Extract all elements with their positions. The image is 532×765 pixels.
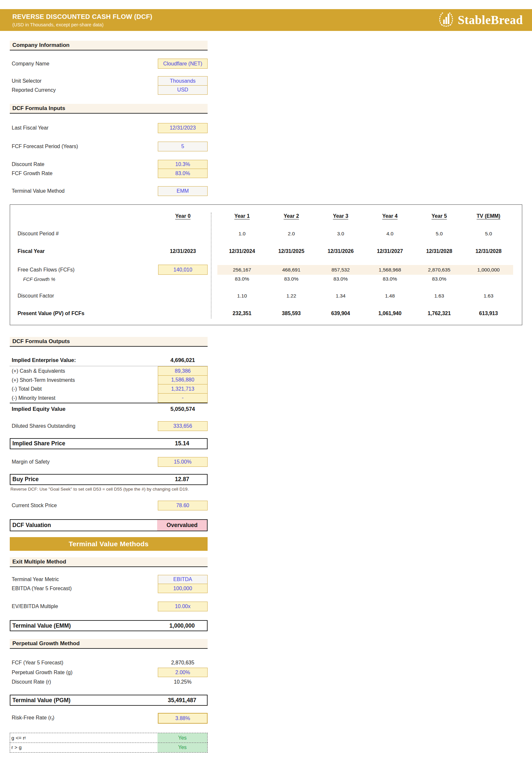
laurel-wreath-bar-chart-icon xyxy=(437,11,455,29)
discount-period-tv: 5.0 xyxy=(464,231,513,237)
row-fiscal-year: Fiscal Year 12/31/2023 12/31/2024 12/31/… xyxy=(10,248,522,254)
terminal-value-emm-label: Terminal Value (EMM) xyxy=(10,621,157,630)
implied-equity-label: Implied Equity Value xyxy=(10,406,158,412)
terminal-value-pgm-box: Terminal Value (PGM) 35,491,487 xyxy=(10,695,208,706)
discount-rate-r-label: Discount Rate (r) xyxy=(10,679,158,685)
fcf-year0-input[interactable]: 140,010 xyxy=(158,265,208,275)
row-discount-rate-r: Discount Rate (r) 10.25% xyxy=(10,678,208,686)
ebitda-forecast-input[interactable]: 100,000 xyxy=(158,584,208,593)
row-current-stock-price: Current Stock Price 78.60 xyxy=(10,501,208,510)
ebitda-forecast-label: EBITDA (Year 5 Forecast) xyxy=(10,586,158,591)
implied-share-price-box: Implied Share Price 15.14 xyxy=(10,438,208,449)
pv-y2: 385,593 xyxy=(267,311,316,317)
row-perpetual-growth-rate: Perpetual Growth Rate (g) 2.00% xyxy=(10,668,208,677)
discount-factor-y4: 1.48 xyxy=(365,293,415,299)
row-fcf-growth-rate: FCF Growth Rate 83.0% xyxy=(10,169,208,178)
brand-name: StableBread xyxy=(458,13,523,27)
table-header-row: Year 0 Year 1 Year 2 Year 3 Year 4 Year … xyxy=(10,213,522,219)
risk-free-rate-input[interactable]: 3.88% xyxy=(158,713,208,724)
section-perpetual-growth-method: Perpetual Growth Method xyxy=(10,639,208,649)
fcf-growth-rate-input[interactable]: 83.0% xyxy=(158,169,208,178)
company-name-label: Company Name xyxy=(10,61,158,67)
fcf-forecast-period-label: FCF Forecast Period (Years) xyxy=(10,144,158,149)
check-row-g-lte-rf: g <= rf Yes xyxy=(10,733,208,743)
fcf-growth-y2: 83.0% xyxy=(267,276,316,282)
growth-rate-checks: g <= rf Yes r > g Yes xyxy=(10,733,522,753)
col-header-year4: Year 4 xyxy=(365,213,415,219)
brand-logo: StableBread xyxy=(437,11,523,29)
fiscal-year-y0: 12/31/2023 xyxy=(158,248,208,254)
dcf-valuation-label: DCF Valuation xyxy=(10,520,157,531)
reported-currency-dropdown[interactable]: USD xyxy=(158,85,208,95)
diluted-shares-input[interactable]: 333,656 xyxy=(158,421,208,431)
terminal-value-emm-value: 1,000,000 xyxy=(157,621,207,630)
fcf-forecast-period-input[interactable]: 5 xyxy=(158,142,208,151)
row-present-value: Present Value (PV) of FCFs 232,351 385,5… xyxy=(10,311,522,317)
pv-y3: 639,904 xyxy=(316,311,365,317)
section-dcf-formula-outputs: DCF Formula Outputs xyxy=(10,337,208,347)
margin-of-safety-label: Margin of Safety xyxy=(10,459,158,465)
terminal-value-pgm-value: 35,491,487 xyxy=(157,695,207,705)
unit-selector-dropdown[interactable]: Thousands xyxy=(158,76,208,86)
row-terminal-year-metric: Terminal Year Metric EBITDA xyxy=(10,575,208,584)
terminal-year-metric-dropdown[interactable]: EBITDA xyxy=(158,575,208,584)
check-row-r-gt-g: r > g Yes xyxy=(10,743,208,753)
implied-ev-value: 4,696,021 xyxy=(158,356,208,365)
page-title: REVERSE DISCOUNTED CASH FLOW (DCF) xyxy=(12,13,152,21)
fcf-growth-y5: 83.0% xyxy=(414,276,464,282)
implied-share-price-label: Implied Share Price xyxy=(10,439,157,448)
reported-currency-label: Reported Currency xyxy=(10,87,158,93)
fcf-year5-forecast-value: 2,870,635 xyxy=(158,659,208,666)
terminal-value-method-dropdown[interactable]: EMM xyxy=(158,186,208,196)
perpetual-growth-rate-input[interactable]: 2.00% xyxy=(158,668,208,677)
last-fiscal-year-input[interactable]: 12/31/2023 xyxy=(158,123,208,133)
fcf-y1: 256,167 xyxy=(217,265,267,275)
fcf-forecast-table: Year 0 Year 1 Year 2 Year 3 Year 4 Year … xyxy=(10,205,522,325)
fcf-y4: 1,568,968 xyxy=(365,265,415,275)
pv-tv: 613,913 xyxy=(464,311,513,317)
col-header-year0: Year 0 xyxy=(158,213,208,219)
terminal-value-pgm-label: Terminal Value (PGM) xyxy=(10,695,157,705)
row-fcf-year5-forecast: FCF (Year 5 Forecast) 2,870,635 xyxy=(10,659,208,666)
total-debt-input[interactable]: 1,321,713 xyxy=(158,384,208,393)
company-name-input[interactable]: Cloudflare (NET) xyxy=(158,59,208,69)
pv-label: Present Value (PV) of FCFs xyxy=(10,311,158,317)
margin-of-safety-input[interactable]: 15.00% xyxy=(158,457,208,467)
discount-factor-y3: 1.34 xyxy=(316,293,365,299)
check-r-gt-g-result: Yes xyxy=(158,743,207,752)
implied-ev-label: Implied Enterprise Value: xyxy=(10,357,158,363)
last-fiscal-year-label: Last Fiscal Year xyxy=(10,125,158,131)
fcf-tv: 1,000,000 xyxy=(464,265,513,275)
pv-y1: 232,351 xyxy=(217,311,267,317)
minority-interest-input[interactable]: - xyxy=(158,393,208,403)
discount-factor-tv: 1.63 xyxy=(464,293,513,299)
discount-factor-y5: 1.63 xyxy=(414,293,464,299)
row-minority-interest: (-) Minority Interest - xyxy=(10,393,208,403)
current-stock-price-input[interactable]: 78.60 xyxy=(158,501,208,510)
fiscal-year-y4: 12/31/2027 xyxy=(365,248,415,254)
row-discount-period: Discount Period # 1.0 2.0 3.0 4.0 5.0 5.… xyxy=(10,231,522,237)
fiscal-year-y1: 12/31/2024 xyxy=(217,248,267,254)
short-term-investments-input[interactable]: 1,586,880 xyxy=(158,376,208,385)
cash-equivalents-input[interactable]: 89,386 xyxy=(158,366,208,376)
discount-rate-label: Discount Rate xyxy=(10,162,158,167)
risk-free-rate-label: Risk-Free Rate (rf) xyxy=(10,715,158,721)
short-term-investments-label: (+) Short-Term Investments xyxy=(10,377,158,383)
discount-rate-input[interactable]: 10.3% xyxy=(158,160,208,169)
fiscal-year-y3: 12/31/2026 xyxy=(316,248,365,254)
col-header-tv-emm: TV (EMM) xyxy=(464,213,513,219)
goal-seek-note: Reverse DCF: Use "Goal Seek" to set cell… xyxy=(10,487,231,491)
row-terminal-value-method: Terminal Value Method EMM xyxy=(10,186,208,196)
fcf-y5: 2,870,635 xyxy=(414,265,464,275)
discount-period-y4: 4.0 xyxy=(365,231,415,237)
title-banner: REVERSE DISCOUNTED CASH FLOW (DCF) (USD … xyxy=(0,9,532,31)
fcf-label: Free Cash Flows (FCFs) xyxy=(10,267,158,273)
ev-ebitda-multiple-input[interactable]: 10.00x xyxy=(158,602,208,611)
terminal-value-method-label: Terminal Value Method xyxy=(10,188,158,194)
section-dcf-formula-inputs: DCF Formula Inputs xyxy=(10,104,208,114)
row-diluted-shares: Diluted Shares Outstanding 333,656 xyxy=(10,421,208,431)
row-risk-free-rate: Risk-Free Rate (rf) 3.88% xyxy=(10,713,208,724)
perpetual-growth-rate-label: Perpetual Growth Rate (g) xyxy=(10,670,158,675)
fiscal-year-tv: 12/31/2028 xyxy=(464,248,513,254)
terminal-year-metric-label: Terminal Year Metric xyxy=(10,576,158,582)
